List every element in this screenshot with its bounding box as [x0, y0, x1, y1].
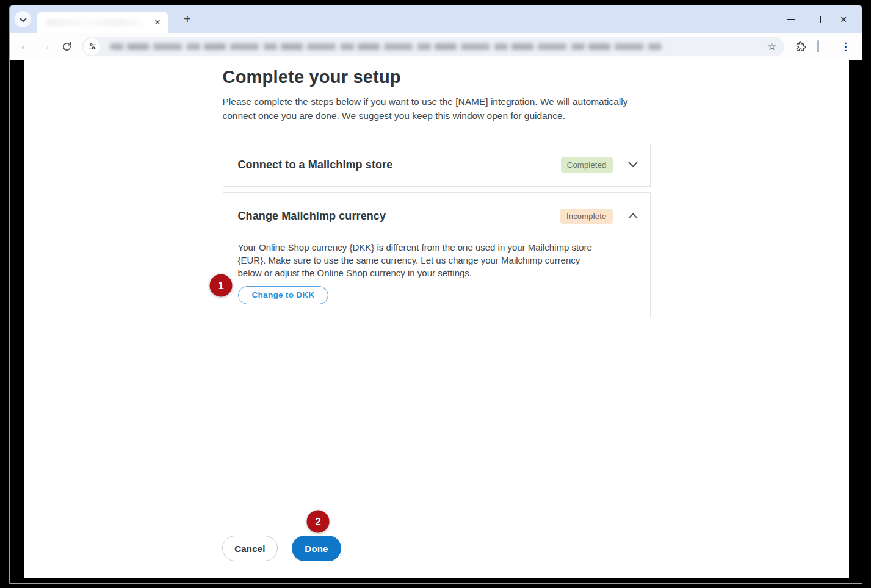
tab-strip: ✕ + ✕: [10, 5, 862, 33]
window-controls: ✕: [786, 15, 862, 24]
chevron-up-icon: [628, 213, 638, 219]
new-tab-button[interactable]: +: [179, 12, 195, 27]
annotation-badge-2: 2: [307, 511, 330, 533]
cancel-button[interactable]: Cancel: [222, 536, 278, 561]
active-tab[interactable]: ✕: [37, 12, 168, 33]
toolbar-separator: [817, 40, 819, 52]
site-settings-icon: [88, 42, 96, 51]
browser-menu-button[interactable]: ⋮: [838, 40, 853, 53]
change-to-dkk-button[interactable]: Change to DKK: [238, 286, 329, 304]
status-badge: Completed: [561, 157, 613, 173]
forward-button[interactable]: →: [38, 38, 54, 54]
chevron-down-icon: [628, 162, 638, 168]
extensions-button[interactable]: [795, 41, 806, 52]
reload-button[interactable]: [59, 38, 74, 54]
expand-step-button[interactable]: [628, 162, 638, 168]
back-button[interactable]: ←: [17, 38, 33, 54]
step-card-change-currency: Change Mailchimp currency Incomplete You…: [223, 192, 651, 318]
step-card-connect-store: Connect to a Mailchimp store Completed: [223, 143, 651, 187]
done-button[interactable]: Done: [292, 536, 341, 561]
address-bar[interactable]: ☆: [82, 37, 784, 56]
maximize-icon: [814, 16, 821, 23]
maximize-button[interactable]: [812, 15, 822, 24]
tab-close-icon[interactable]: ✕: [152, 17, 163, 28]
step-title: Connect to a Mailchimp store: [238, 159, 393, 171]
step-header[interactable]: Change Mailchimp currency Incomplete: [223, 193, 650, 235]
puzzle-icon: [795, 41, 806, 52]
browser-toolbar: ← → ☆ ⋮: [10, 33, 862, 60]
step-description: Your Online Shop currency {DKK} is diffe…: [238, 241, 595, 279]
setup-steps: Connect to a Mailchimp store Completed C: [223, 143, 651, 318]
setup-page: Complete your setup Please complete the …: [24, 60, 849, 578]
browser-window: ✕ + ✕ ← →: [9, 5, 862, 584]
page-title: Complete your setup: [223, 66, 651, 87]
minimize-button[interactable]: [786, 15, 796, 24]
collapse-step-button[interactable]: [628, 213, 638, 219]
step-title: Change Mailchimp currency: [238, 210, 386, 223]
window-close-button[interactable]: ✕: [839, 15, 848, 24]
status-badge: Incomplete: [560, 209, 613, 224]
tab-search-button[interactable]: [15, 11, 31, 27]
url-text-redacted: [110, 43, 662, 50]
tab-title-redacted: [45, 19, 150, 26]
intro-text: Please complete the steps below if you w…: [223, 95, 645, 123]
site-settings-button[interactable]: [84, 38, 100, 55]
page-viewport: Complete your setup Please complete the …: [10, 60, 862, 583]
reload-icon: [62, 41, 72, 52]
chevron-down-icon: [20, 14, 27, 25]
step-header[interactable]: Connect to a Mailchimp store Completed: [223, 143, 650, 186]
minimize-icon: [787, 19, 795, 20]
bookmark-star-icon[interactable]: ☆: [767, 40, 776, 53]
footer-actions: Cancel Done: [222, 536, 341, 561]
annotation-badge-1: 1: [210, 274, 233, 297]
